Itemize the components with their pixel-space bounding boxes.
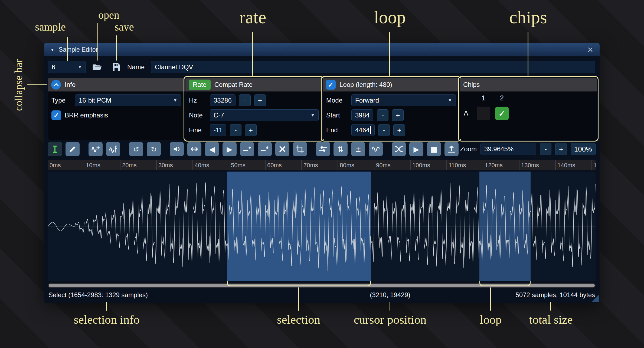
sample-number-select[interactable]: 6 ▼ xyxy=(48,61,86,73)
ruler-tick: 80ms xyxy=(340,162,354,169)
waveform-path xyxy=(48,183,595,271)
hz-increase-button[interactable]: + xyxy=(254,94,266,106)
loop-mode-label: Mode xyxy=(326,97,348,104)
window-collapse-icon[interactable]: ▼ xyxy=(50,47,54,52)
check-icon: ✓ xyxy=(54,111,59,119)
stop-preview-button[interactable]: ■ xyxy=(427,142,441,156)
annotation-selection: selection xyxy=(277,313,320,327)
time-ruler[interactable]: 0ms10ms20ms30ms40ms50ms60ms70ms80ms90ms1… xyxy=(48,160,596,170)
chip-toggle-a1[interactable]: ✓ xyxy=(477,107,490,120)
chips-panel-title: Chips xyxy=(463,81,480,88)
loop-mode-select[interactable]: Forward ▼ xyxy=(351,94,456,106)
waveform-scrollbar[interactable] xyxy=(48,283,596,288)
note-value: C-7 xyxy=(214,111,224,119)
fade-out-button[interactable]: ▶ xyxy=(223,142,237,156)
resize-grip[interactable] xyxy=(592,295,599,302)
zoom-reset-button[interactable]: 100% xyxy=(571,143,596,155)
window-titlebar: ▼ Sample Editor × xyxy=(44,43,600,56)
trim-button[interactable] xyxy=(293,142,307,156)
waveform-area[interactable] xyxy=(48,172,596,281)
brr-emphasis-checkbox[interactable]: ✓ xyxy=(51,110,61,120)
reverse-button[interactable] xyxy=(316,142,330,156)
swap-h-icon xyxy=(319,145,327,153)
loop-end-input[interactable]: 4464 xyxy=(351,124,375,136)
select-mode-button[interactable] xyxy=(48,142,62,156)
wave-flag-icon xyxy=(109,145,117,153)
note-select[interactable]: C-7 ▼ xyxy=(210,109,319,121)
filter-button[interactable] xyxy=(369,142,383,156)
ruler-tick: 100ms xyxy=(412,162,430,169)
rate-toggle-button[interactable]: Rate xyxy=(189,80,211,90)
redo-button[interactable]: ↻ xyxy=(147,142,161,156)
status-bar: Select (1654-2983: 1329 samples) (3210, … xyxy=(48,289,596,301)
loop-end-decrease-button[interactable]: - xyxy=(378,124,390,136)
note-label: Note xyxy=(189,111,206,119)
open-button[interactable] xyxy=(90,61,104,73)
zoom-input[interactable]: 39.9645% xyxy=(480,143,536,155)
status-cursor-position: (3210, 19429) xyxy=(370,291,410,299)
fine-input[interactable]: -11 xyxy=(210,124,226,136)
chip-toggle-a2[interactable]: ✓ xyxy=(495,107,509,120)
toolbar-buttons: ↺↻◀▶⇅±▶■ xyxy=(48,142,459,156)
chip-row-a-label: A xyxy=(464,109,468,117)
dash-dot-icon xyxy=(243,145,251,153)
zoom-value: 39.9645% xyxy=(484,145,514,153)
loop-enable-checkbox[interactable]: ✓ xyxy=(326,80,336,90)
draw-mode-button[interactable] xyxy=(66,142,80,156)
rate-panel-title: Compat Rate xyxy=(214,81,253,88)
upload-icon xyxy=(447,145,456,153)
invert-button[interactable]: ⇅ xyxy=(334,142,348,156)
annotation-chips: chips xyxy=(509,7,547,28)
save-button[interactable] xyxy=(109,61,123,73)
ruler-tick: 70ms xyxy=(303,162,318,169)
fade-in-icon: ◀ xyxy=(209,146,215,153)
delete-button[interactable] xyxy=(275,142,289,156)
loop-mode-value: Forward xyxy=(355,97,379,104)
fine-decrease-button[interactable]: - xyxy=(230,124,241,136)
status-total-size: 5072 samples, 10144 bytes xyxy=(515,291,595,299)
create-wavetable-button[interactable] xyxy=(106,142,120,156)
resample-button[interactable] xyxy=(89,142,103,156)
signed-unsigned-button[interactable]: ± xyxy=(351,142,365,156)
sine-icon xyxy=(372,145,380,153)
apply-silence-button[interactable] xyxy=(258,142,272,156)
loop-panel-header: ✓ Loop (length: 480) xyxy=(323,78,459,91)
chips-grid: 1 2 A ✓ ✓ xyxy=(460,91,597,140)
ibeam-icon xyxy=(51,145,59,153)
amplify-button[interactable] xyxy=(170,142,184,156)
undo-button[interactable]: ↺ xyxy=(129,142,143,156)
folder-icon xyxy=(92,63,102,71)
crossfade-loop-button[interactable] xyxy=(392,142,406,156)
close-icon[interactable]: × xyxy=(587,45,593,55)
loop-start-increase-button[interactable]: + xyxy=(392,109,404,121)
hz-decrease-button[interactable]: - xyxy=(239,94,251,106)
info-panel: Info Type 16-bit PCM ▼ ✓ BRR emphasis xyxy=(48,78,185,140)
annotation-sample: sample xyxy=(35,21,66,33)
loop-end-label: End xyxy=(326,126,348,134)
normalize-button[interactable] xyxy=(187,142,201,156)
make-instrument-button[interactable] xyxy=(444,142,459,156)
zoom-out-button[interactable]: - xyxy=(540,143,551,155)
insert-silence-button[interactable] xyxy=(240,142,254,156)
chevron-down-icon: ▼ xyxy=(75,65,82,70)
name-input[interactable]: Clarinet DQV xyxy=(151,61,595,73)
loop-start-decrease-button[interactable]: - xyxy=(377,109,388,121)
fade-in-button[interactable]: ◀ xyxy=(205,142,219,156)
loop-end-increase-button[interactable]: + xyxy=(393,124,405,136)
stop-preview-icon: ■ xyxy=(430,146,437,153)
preview-icon: ▶ xyxy=(414,146,419,153)
annotation-loop: loop xyxy=(374,7,406,28)
type-select[interactable]: 16-bit PCM ▼ xyxy=(75,94,181,106)
fine-increase-button[interactable]: + xyxy=(245,124,257,136)
loop-panel-title: Loop (length: 480) xyxy=(339,81,392,88)
scrollbar-thumb[interactable] xyxy=(49,284,595,287)
annotation-save: save xyxy=(115,21,134,33)
loop-start-input[interactable]: 3984 xyxy=(351,109,373,121)
annotation-total-size: total size xyxy=(529,313,573,327)
hz-input[interactable]: 33286 xyxy=(210,94,236,106)
collapse-info-button[interactable] xyxy=(51,80,61,90)
preview-button[interactable]: ▶ xyxy=(409,142,423,156)
ruler-tick: 60ms xyxy=(267,162,282,169)
zoom-in-button[interactable]: + xyxy=(555,143,567,155)
ruler-tick: 90ms xyxy=(376,162,391,169)
